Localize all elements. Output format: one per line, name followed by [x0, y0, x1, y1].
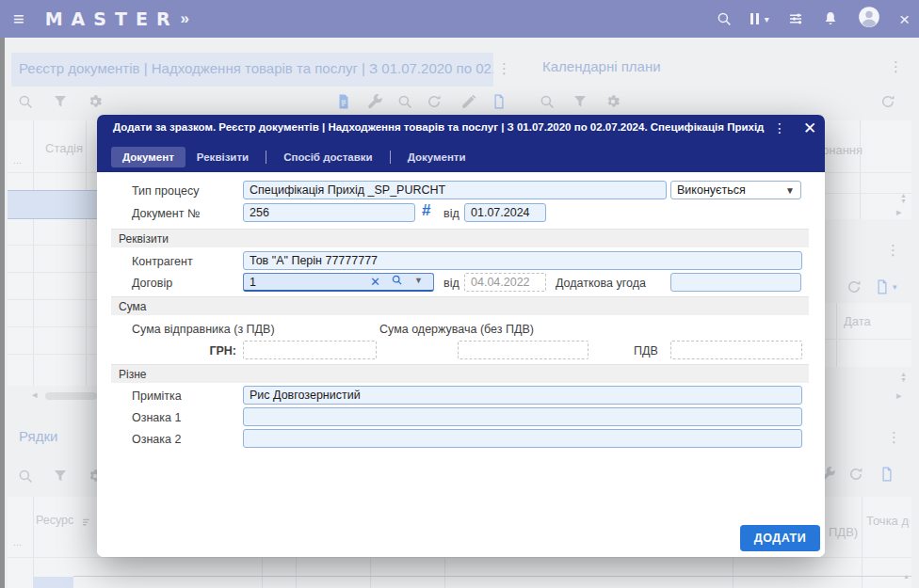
contract-dropdown-caret-icon[interactable]: ▼: [414, 276, 423, 285]
doc-date-input[interactable]: [464, 203, 546, 222]
dialog-body: Тип процесу Виконується ▼ Документ № # в…: [97, 172, 825, 557]
doc-number-input[interactable]: [243, 203, 415, 222]
attr2-input[interactable]: [243, 429, 802, 448]
dialog-kebab-icon[interactable]: ⋮: [773, 120, 786, 135]
note-label: Примітка: [132, 389, 182, 403]
add-by-sample-dialog: Додати за зразком. Реєстр документів | Н…: [97, 115, 825, 557]
doc-date-from-label: від: [443, 207, 460, 220]
section-misc: Різне: [111, 364, 809, 383]
section-sum: Сума: [111, 296, 809, 315]
tab-delivery-method[interactable]: Спосіб доставки: [272, 147, 384, 167]
attr2-label: Ознака 2: [132, 433, 181, 446]
contractor-label: Контрагент: [132, 255, 193, 268]
contract-date-input: [464, 273, 546, 292]
process-type-label: Тип процесу: [132, 184, 199, 198]
sender-sum-input[interactable]: [243, 341, 377, 359]
dialog-title: Додати за зразком. Реєстр документів | Н…: [113, 121, 764, 133]
contract-from-label: від: [443, 277, 460, 290]
app-screen: ≡ MASTER » ▾ × Реєстр документів | Надхо…: [0, 0, 919, 588]
extra-agreement-label: Додаткова угода: [556, 277, 646, 290]
extra-agreement-input[interactable]: [670, 273, 801, 292]
tab-documents[interactable]: Документи: [396, 147, 477, 167]
vat-label: ПДВ: [634, 344, 658, 358]
tab-document[interactable]: Документ: [111, 147, 185, 167]
sender-sum-label: Сума відправника (з ПДВ): [132, 323, 275, 336]
numerator-hash-icon[interactable]: #: [422, 201, 430, 220]
status-select[interactable]: Виконується ▼: [670, 181, 801, 199]
contract-label: Договір: [132, 277, 172, 290]
note-input[interactable]: [243, 386, 802, 405]
add-button[interactable]: ДОДАТИ: [740, 525, 820, 551]
dialog-tabs: Документ Реквізити Спосіб доставки Докум…: [97, 142, 825, 172]
vat-sum-input[interactable]: [670, 341, 802, 359]
tab-requisites[interactable]: Реквізити: [185, 147, 260, 167]
attr1-label: Ознака 1: [132, 411, 181, 424]
receiver-sum-label: Сума одержувача (без ПДВ): [379, 323, 534, 336]
contract-combo-input[interactable]: [243, 273, 434, 292]
contract-lookup-icon[interactable]: [391, 274, 403, 286]
uah-label: ГРН:: [191, 344, 236, 358]
dialog-close-icon[interactable]: ✕: [803, 119, 816, 138]
attr1-input[interactable]: [243, 407, 802, 426]
process-type-input[interactable]: [243, 181, 667, 199]
contractor-input[interactable]: [243, 251, 802, 270]
dialog-header: Додати за зразком. Реєстр документів | Н…: [97, 115, 825, 142]
receiver-sum-input[interactable]: [458, 341, 588, 359]
status-select-value: Виконується: [677, 183, 746, 197]
doc-number-label: Документ №: [132, 207, 200, 220]
section-requisites: Реквізити: [111, 229, 809, 247]
status-select-caret-icon: ▼: [785, 185, 795, 196]
contract-clear-icon[interactable]: ✕: [370, 275, 380, 289]
